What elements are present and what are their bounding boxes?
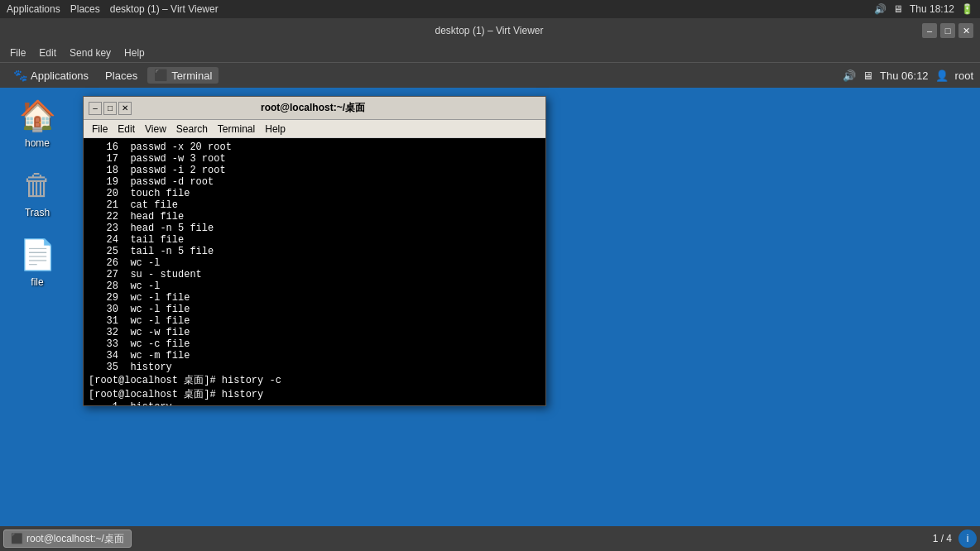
- host-top-bar: Applications Places desktop (1) – Virt V…: [0, 0, 980, 18]
- guest-taskbar-terminal-icon: ⬛: [11, 533, 23, 544]
- host-sound-icon: 🔊: [874, 3, 886, 15]
- guest-taskbar-info-button[interactable]: i: [958, 529, 977, 548]
- virt-window-controls: – □ ✕: [922, 23, 973, 38]
- terminal-minimize-button[interactable]: –: [89, 102, 102, 115]
- virt-menu-edit[interactable]: Edit: [32, 47, 63, 59]
- home-icon[interactable]: 🏠 home: [8, 96, 66, 149]
- host-window-title: desktop (1) – Virt Viewer: [110, 3, 219, 15]
- guest-taskbar-terminal[interactable]: ⬛ root@localhost:~/桌面: [3, 529, 132, 548]
- virt-viewer-window: desktop (1) – Virt Viewer – □ ✕ File Edi…: [0, 18, 980, 551]
- guest-time: Thu 06:12: [880, 69, 929, 82]
- terminal-icon: ⬛: [154, 69, 168, 82]
- footprint-icon: 🐾: [13, 69, 27, 82]
- guest-network-icon[interactable]: 🖥: [862, 69, 873, 82]
- terminal-window-controls: – □ ✕: [89, 102, 132, 115]
- guest-places-menu[interactable]: Places: [98, 68, 144, 84]
- host-status-area: 🔊 🖥 Thu 18:12 🔋: [874, 3, 973, 15]
- terminal-menu-view[interactable]: View: [140, 123, 171, 135]
- terminal-menu-file[interactable]: File: [87, 123, 113, 135]
- home-icon-label: home: [25, 137, 50, 149]
- guest-taskbar-page-indicator: 1 / 4: [933, 533, 955, 544]
- guest-taskbar: ⬛ root@localhost:~/桌面 1 / 4 i: [0, 526, 980, 551]
- terminal-maximize-button[interactable]: □: [103, 102, 117, 115]
- guest-taskbar-terminal-label: root@localhost:~/桌面: [26, 532, 124, 546]
- guest-terminal-btn[interactable]: ⬛ Terminal: [147, 67, 219, 84]
- virt-window-title: desktop (1) – Virt Viewer: [56, 25, 922, 36]
- terminal-menubar: File Edit View Search Terminal Help: [84, 120, 545, 138]
- guest-panel-right: 🔊 🖥 Thu 06:12 👤 root: [843, 69, 973, 82]
- guest-top-panel: 🐾 Applications Places ⬛ Terminal 🔊 🖥 Thu…: [0, 63, 980, 88]
- virt-minimize-button[interactable]: –: [922, 23, 937, 38]
- trash-icon-desktop[interactable]: 🗑 Trash: [8, 165, 66, 218]
- terminal-menu-help[interactable]: Help: [260, 123, 291, 135]
- applications-label: Applications: [31, 69, 89, 82]
- desktop-icons-area: 🏠 home 🗑 Trash 📄 file: [8, 96, 66, 288]
- guest-sound-icon[interactable]: 🔊: [843, 69, 856, 82]
- guest-applications-menu[interactable]: 🐾 Applications: [7, 67, 95, 84]
- host-places-menu[interactable]: Places: [70, 3, 100, 15]
- virt-menubar: File Edit Send key Help: [0, 43, 980, 63]
- terminal-menu-terminal[interactable]: Terminal: [213, 123, 260, 135]
- virt-menu-file[interactable]: File: [3, 47, 32, 59]
- host-network-icon: 🖥: [893, 3, 903, 15]
- host-app-menu[interactable]: Applications: [7, 3, 60, 15]
- virt-maximize-button[interactable]: □: [940, 23, 955, 38]
- trash-icon-label: Trash: [25, 207, 50, 218]
- virt-menu-sendkey[interactable]: Send key: [63, 47, 118, 59]
- guest-user-icon: 👤: [935, 69, 949, 82]
- file-icon-label: file: [31, 276, 43, 288]
- host-app-menu-group: Applications Places desktop (1) – Virt V…: [7, 3, 219, 15]
- terminal-menu-edit[interactable]: Edit: [113, 123, 140, 135]
- home-folder-icon: 🏠: [17, 96, 57, 136]
- places-label: Places: [105, 69, 137, 82]
- trash-bin-icon: 🗑: [17, 165, 57, 205]
- host-time: Thu 18:12: [910, 3, 954, 15]
- virt-close-button[interactable]: ✕: [958, 23, 973, 38]
- virt-menu-help[interactable]: Help: [118, 47, 151, 59]
- terminal-titlebar: – □ ✕ root@localhost:~/桌面: [84, 97, 545, 120]
- guest-panel-left: 🐾 Applications Places ⬛ Terminal: [7, 67, 219, 84]
- guest-user-label: root: [955, 69, 973, 82]
- terminal-content[interactable]: 16 passwd -x 20 root 17 passwd -w 3 root…: [84, 138, 545, 405]
- terminal-label: Terminal: [171, 69, 212, 82]
- file-icon-desktop[interactable]: 📄 file: [8, 235, 66, 288]
- virt-titlebar: desktop (1) – Virt Viewer – □ ✕: [0, 18, 980, 43]
- terminal-window: – □ ✕ root@localhost:~/桌面 File Edit View…: [83, 96, 546, 406]
- guest-desktop: 🐾 Applications Places ⬛ Terminal 🔊 🖥 Thu…: [0, 63, 980, 551]
- terminal-menu-search[interactable]: Search: [171, 123, 213, 135]
- terminal-title: root@localhost:~/桌面: [132, 101, 494, 115]
- file-document-icon: 📄: [17, 235, 57, 275]
- terminal-close-button[interactable]: ✕: [118, 102, 132, 115]
- host-battery-icon: 🔋: [961, 3, 973, 15]
